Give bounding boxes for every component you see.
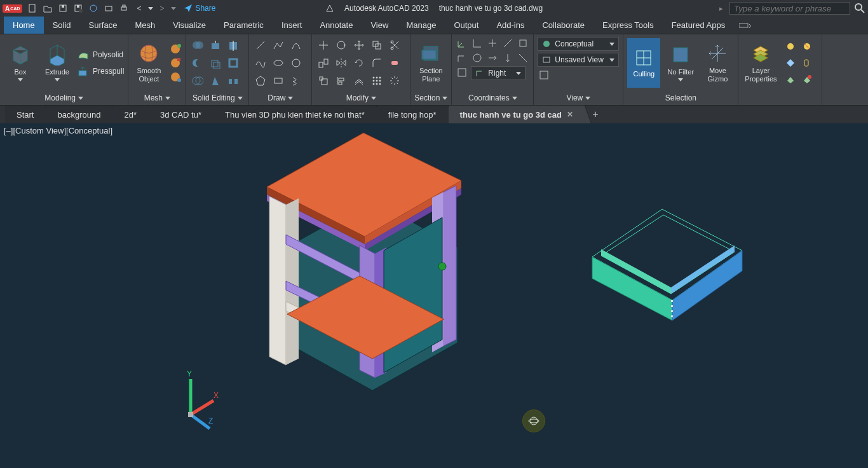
rectangle-icon[interactable] xyxy=(271,73,286,88)
move-gizmo-button[interactable]: Move Gizmo xyxy=(701,38,734,88)
ucs-view-dropdown[interactable]: Right xyxy=(471,66,526,80)
ucs-icon1[interactable] xyxy=(456,37,468,50)
ribbon-tab-view[interactable]: View xyxy=(362,17,397,34)
file-tab-active[interactable]: thuc hanh ve tu go 3d cad✕ xyxy=(449,106,585,123)
box-button[interactable]: Box xyxy=(4,38,37,88)
align-icon[interactable] xyxy=(334,73,349,88)
slice-icon[interactable] xyxy=(226,38,241,53)
view-dropdown[interactable]: Unsaved View xyxy=(538,53,619,67)
file-tab-2d[interactable]: 2d* xyxy=(112,106,149,123)
open-icon[interactable] xyxy=(41,2,54,15)
viewport-label[interactable]: [–][Custom View][Conceptual] xyxy=(4,126,112,135)
circle-icon[interactable] xyxy=(288,55,304,71)
file-tab-start[interactable]: Start xyxy=(5,106,46,123)
smooth-object-button[interactable]: Smooth Object xyxy=(132,38,165,88)
ribbon-tab-output[interactable]: Output xyxy=(445,17,487,34)
ribbon-tab-insert[interactable]: Insert xyxy=(273,17,311,34)
section-plane-button[interactable]: Section Plane xyxy=(414,38,447,88)
culling-button[interactable]: Culling xyxy=(627,38,660,88)
undo-icon[interactable] xyxy=(133,2,146,15)
ribbon-tab-parametric[interactable]: Parametric xyxy=(215,17,273,34)
ribbon-tab-collaborate[interactable]: Collaborate xyxy=(533,17,593,34)
ribbon-tab-solid[interactable]: Solid xyxy=(44,17,80,34)
extrudeface-icon[interactable] xyxy=(208,38,223,53)
no-filter-button[interactable]: No Filter xyxy=(664,38,697,88)
file-tab-filetonghop[interactable]: file tong hop* xyxy=(377,106,449,123)
explode-icon[interactable] xyxy=(387,73,402,88)
file-tab-background[interactable]: background xyxy=(46,106,112,123)
new-icon[interactable] xyxy=(26,2,39,15)
model-cabinet[interactable] xyxy=(267,133,461,390)
offset-icon[interactable] xyxy=(351,73,367,88)
visual-style-dropdown[interactable]: Conceptual xyxy=(538,37,619,51)
ribbon-overflow-icon[interactable] xyxy=(734,17,757,34)
ribbon-tab-mesh[interactable]: Mesh xyxy=(126,17,164,34)
intersect-icon[interactable] xyxy=(190,73,205,88)
save-icon[interactable] xyxy=(57,2,69,15)
ribbon-tab-annotate[interactable]: Annotate xyxy=(311,17,362,34)
ucs-icon11[interactable] xyxy=(456,66,468,79)
ucs-icon2[interactable] xyxy=(471,37,484,50)
view-mgr-icon[interactable] xyxy=(538,69,550,81)
union-icon[interactable] xyxy=(190,38,205,53)
help-arrow-icon[interactable]: ▸ xyxy=(719,4,723,13)
panel-coordinates-label[interactable]: Coordinates xyxy=(452,91,533,105)
saveas-icon[interactable] xyxy=(72,2,85,15)
separate-icon[interactable] xyxy=(226,73,241,88)
model-drawer[interactable] xyxy=(592,209,742,320)
rotate-icon[interactable] xyxy=(351,55,367,71)
undo-dropdown-icon[interactable] xyxy=(148,7,153,10)
extrude-button[interactable]: Extrude xyxy=(41,38,74,88)
array-icon[interactable] xyxy=(369,73,384,88)
ribbon-tab-home[interactable]: Home xyxy=(4,17,44,34)
layer-properties-button[interactable]: Layer Properties xyxy=(742,38,779,88)
ucs-icon7[interactable] xyxy=(471,52,484,64)
layer-icon4[interactable] xyxy=(800,56,814,70)
panel-draw-label[interactable]: Draw xyxy=(249,91,311,105)
layer-icon2[interactable] xyxy=(800,39,814,53)
copy-icon[interactable] xyxy=(369,38,384,53)
3drotate-icon[interactable] xyxy=(334,38,349,53)
layer-icon3[interactable] xyxy=(783,56,797,70)
print-icon[interactable] xyxy=(118,2,130,15)
search-input[interactable] xyxy=(729,2,850,15)
presspull-button[interactable]: Presspull xyxy=(78,64,124,79)
ucs-icon10[interactable] xyxy=(517,52,529,64)
panel-modify-label[interactable]: Modify xyxy=(312,91,410,105)
plot-icon[interactable] xyxy=(102,2,115,15)
ellipse-icon[interactable] xyxy=(271,55,286,71)
file-tab-3dcadtu[interactable]: 3d CAD tu* xyxy=(149,106,214,123)
ucs-icon4[interactable] xyxy=(501,37,514,50)
ucs-icon9[interactable] xyxy=(501,52,514,64)
ucs-icon3[interactable] xyxy=(486,37,499,50)
search-icon[interactable] xyxy=(854,3,865,14)
polyline-icon[interactable] xyxy=(271,38,286,53)
helix-icon[interactable] xyxy=(288,73,304,88)
ucs-icon8[interactable] xyxy=(486,52,499,64)
fillet-icon[interactable] xyxy=(369,55,384,71)
polygon-icon[interactable] xyxy=(253,73,268,88)
ribbon-tab-surface[interactable]: Surface xyxy=(80,17,126,34)
3dmove-icon[interactable] xyxy=(316,38,331,53)
ucs-icon5[interactable] xyxy=(517,37,529,50)
layer-icon1[interactable] xyxy=(783,39,797,53)
3dalign-icon[interactable] xyxy=(316,55,331,71)
3dscale-icon[interactable] xyxy=(316,73,331,88)
mesh-tool1-icon[interactable] xyxy=(169,43,182,55)
panel-section-label[interactable]: Section xyxy=(410,91,451,105)
trim-icon[interactable] xyxy=(387,38,402,53)
subtract-icon[interactable] xyxy=(190,55,205,71)
move-icon[interactable] xyxy=(351,38,367,53)
file-tab-thuvien[interactable]: Thu vien 3D phu kien thiet ke noi that* xyxy=(214,106,377,123)
ribbon-tab-manage[interactable]: Manage xyxy=(397,17,445,34)
ucs-icon6[interactable] xyxy=(456,52,468,64)
close-tab-icon[interactable]: ✕ xyxy=(567,110,573,119)
panel-mesh-label[interactable]: Mesh xyxy=(128,91,186,105)
ribbon-tab-express[interactable]: Express Tools xyxy=(593,17,663,34)
viewport[interactable]: [–][Custom View][Conceptual] xyxy=(0,123,868,468)
line-icon[interactable] xyxy=(253,38,268,53)
polysolid-button[interactable]: Polysolid xyxy=(78,47,124,62)
mesh-tool3-icon[interactable] xyxy=(169,71,182,83)
redo-icon[interactable] xyxy=(156,2,168,15)
shell-icon[interactable] xyxy=(226,55,241,71)
